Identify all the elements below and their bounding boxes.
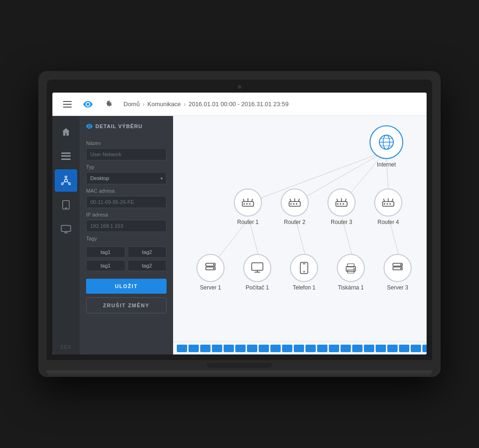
tag-item[interactable]: tag1 (86, 260, 125, 271)
node-pocitac1[interactable]: Počítač 1 (243, 254, 271, 291)
svg-point-38 (249, 203, 251, 205)
field-name-input[interactable] (86, 148, 167, 160)
main-layout: EEX DETAIL VÝBĚRU Název Typ (52, 116, 427, 354)
detail-panel: DETAIL VÝBĚRU Název Typ Desktop Server R… (80, 116, 173, 354)
sidebar-item-monitor[interactable] (55, 218, 77, 240)
field-mac-label: MAC adresa (86, 188, 167, 194)
svg-rect-4 (61, 152, 71, 154)
tag-item[interactable]: tag2 (128, 260, 167, 271)
node-router3-label: Router 3 (331, 219, 352, 225)
svg-point-45 (296, 203, 298, 205)
timeline-block (247, 345, 257, 352)
telefon1-icon (290, 254, 318, 282)
node-server3[interactable]: Server 3 (384, 254, 412, 291)
sidebar-item-phone[interactable] (55, 194, 77, 216)
timeline-block (411, 345, 421, 352)
detail-eye-icon (86, 123, 93, 130)
content-area: Internet Router 1 (173, 116, 427, 354)
cancel-button[interactable]: ZRUŠIT ZMĚNY (86, 297, 167, 313)
node-server1[interactable]: Server 1 (196, 254, 225, 291)
timeline-block (235, 345, 246, 352)
menu-icon[interactable] (60, 97, 75, 112)
timeline-block (364, 345, 374, 352)
field-ip-input[interactable] (86, 220, 167, 232)
svg-line-42 (298, 199, 299, 202)
server3-icon (384, 254, 412, 282)
breadcrumb-date: 2016.01.01 00:00 - 2016.31.01 23:59 (189, 101, 289, 108)
timeline-block (177, 345, 187, 352)
svg-line-40 (290, 199, 291, 202)
svg-point-76 (400, 264, 402, 266)
sidebar-narrow: EEX (52, 116, 80, 354)
node-router1[interactable]: Router 1 (234, 188, 262, 225)
svg-line-35 (252, 199, 253, 202)
node-server3-label: Server 3 (387, 284, 408, 291)
svg-rect-5 (61, 155, 71, 157)
svg-point-57 (384, 203, 385, 205)
screen: Domů › Komunikace › 2016.01.01 00:00 - 2… (52, 93, 427, 354)
internet-icon (370, 125, 403, 159)
topbar: Domů › Komunikace › 2016.01.01 00:00 - 2… (52, 93, 427, 116)
node-router3[interactable]: Router 3 (327, 188, 356, 225)
tag-item[interactable]: tag1 (86, 246, 125, 258)
node-router4[interactable]: Router 4 (374, 188, 402, 225)
diagram-area: Internet Router 1 (173, 116, 427, 341)
laptop-base (47, 360, 432, 370)
svg-line-54 (384, 199, 385, 202)
tiskarna1-icon (337, 254, 365, 282)
eye-icon[interactable] (80, 97, 95, 112)
svg-rect-64 (252, 263, 263, 270)
timeline-bar (173, 341, 427, 354)
node-tiskarna1[interactable]: Tiskárna 1 (337, 254, 365, 291)
sidebar-item-layers[interactable] (55, 145, 77, 167)
timeline-block (189, 345, 199, 352)
svg-point-9 (61, 183, 63, 185)
node-internet-label: Internet (377, 161, 396, 168)
svg-line-13 (67, 181, 69, 183)
node-internet[interactable]: Internet (370, 125, 403, 168)
sidebar-item-network[interactable] (55, 169, 77, 192)
field-mac-input[interactable] (86, 196, 167, 208)
pocitac1-icon (243, 254, 271, 282)
svg-point-50 (337, 203, 339, 205)
svg-point-44 (293, 203, 295, 205)
svg-line-12 (63, 181, 65, 183)
timeline-block (224, 345, 234, 352)
gear-icon[interactable] (101, 97, 116, 112)
svg-rect-2 (63, 107, 72, 108)
breadcrumb-home: Domů (123, 101, 140, 108)
svg-point-63 (213, 268, 215, 269)
svg-point-52 (343, 203, 344, 205)
screen-bezel: Domů › Komunikace › 2016.01.01 00:00 - 2… (47, 79, 432, 360)
timeline-block (259, 345, 269, 352)
field-type-wrapper: Desktop Server Router Phone Printer ▾ (86, 172, 167, 184)
svg-point-59 (390, 203, 391, 205)
node-router1-label: Router 1 (237, 219, 259, 225)
node-telefon1[interactable]: Telefon 1 (290, 254, 318, 291)
svg-point-17 (88, 125, 90, 127)
save-button[interactable]: ULOŽIT (86, 279, 167, 294)
timeline-block (329, 345, 339, 352)
node-router4-label: Router 4 (377, 219, 399, 225)
field-type-label: Typ (86, 164, 167, 170)
breadcrumb: Domů › Komunikace › 2016.01.01 00:00 - 2… (123, 101, 289, 108)
tag-item[interactable]: tag2 (128, 246, 167, 258)
svg-point-36 (244, 203, 245, 205)
breadcrumb-section: Komunikace (147, 101, 181, 108)
laptop-notch (207, 363, 272, 368)
field-ip-label: IP adresa (86, 212, 167, 217)
field-type-select[interactable]: Desktop Server Router Phone Printer (86, 172, 167, 184)
node-telefon1-label: Telefon 1 (293, 284, 316, 291)
svg-point-68 (304, 271, 305, 273)
timeline-block (352, 345, 363, 352)
timeline-block (317, 345, 327, 352)
router4-icon (374, 188, 402, 217)
tags-container: tag1 tag2 tag1 tag2 (86, 246, 167, 271)
node-router2-label: Router 2 (284, 219, 305, 225)
detail-header: DETAIL VÝBĚRU (86, 123, 167, 130)
svg-point-43 (290, 203, 292, 205)
sidebar-item-home[interactable] (55, 121, 77, 143)
timeline-block (305, 345, 316, 352)
svg-line-47 (337, 199, 338, 202)
node-router2[interactable]: Router 2 (281, 188, 309, 225)
